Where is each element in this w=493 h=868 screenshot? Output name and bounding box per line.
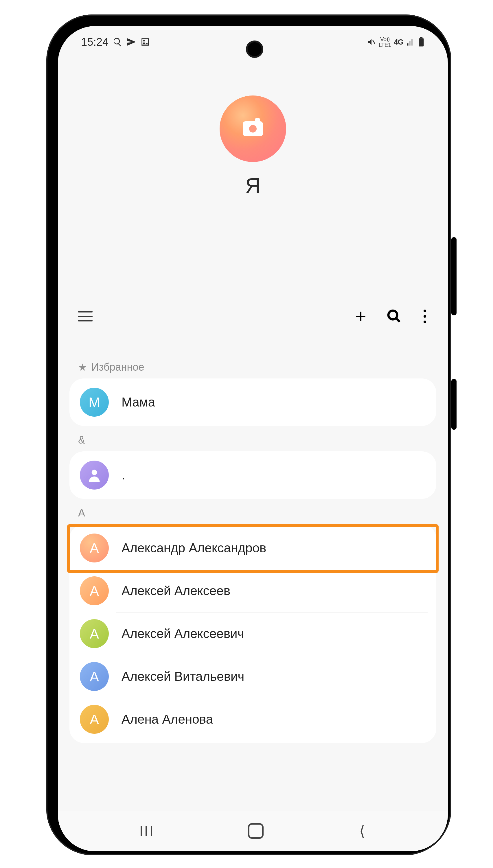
contact-name: . <box>122 468 125 482</box>
camera-hole <box>246 41 263 58</box>
power-button <box>451 379 456 430</box>
battery-icon <box>418 37 425 47</box>
nav-back-button[interactable]: ⟨ <box>359 823 365 839</box>
image-icon <box>140 37 150 47</box>
contact-name: Мама <box>122 395 155 409</box>
svg-rect-2 <box>419 38 424 46</box>
nav-home-button[interactable] <box>248 823 263 839</box>
amp-label: & <box>78 434 85 446</box>
star-icon: ★ <box>78 361 87 373</box>
my-profile-header[interactable]: Я <box>58 95 448 197</box>
contact-avatar: А <box>80 534 109 562</box>
svg-line-1 <box>373 40 375 44</box>
contact-row-dot[interactable]: . <box>69 454 436 497</box>
a-card: А Александр Александров А Алексей Алексе… <box>69 524 436 743</box>
my-avatar[interactable] <box>220 95 286 162</box>
contact-row-aleksandr[interactable]: А Александр Александров <box>69 526 436 569</box>
section-header-a: A <box>58 499 448 524</box>
contact-avatar: А <box>80 705 109 734</box>
contact-name: Алена Аленова <box>122 712 213 726</box>
contacts-list[interactable]: ★ Избранное М Мама & <box>58 353 448 811</box>
network-label: 4G <box>394 38 403 47</box>
contact-name: Александр Александров <box>122 541 266 555</box>
favorites-label: Избранное <box>91 361 144 373</box>
contact-name: Алексей Витальевич <box>122 669 244 684</box>
svg-point-6 <box>92 470 97 475</box>
toolbar: + <box>58 307 448 326</box>
my-profile-label: Я <box>245 174 260 197</box>
contact-avatar: А <box>80 662 109 691</box>
contact-name: Алексей Алексеевич <box>122 626 244 641</box>
contact-name: Алексей Алексеев <box>122 584 230 598</box>
camera-icon <box>243 121 263 136</box>
contact-row-vitalevich[interactable]: А Алексей Витальевич <box>69 655 436 698</box>
contact-avatar: А <box>80 619 109 648</box>
svg-point-4 <box>389 311 397 320</box>
mute-icon <box>367 38 376 46</box>
amp-card: . <box>69 451 436 499</box>
phone-frame: 15:24 Vo)) LTE1 4G <box>46 15 451 855</box>
svg-rect-3 <box>420 37 423 38</box>
contact-avatar: М <box>80 388 109 417</box>
section-header-amp: & <box>58 426 448 451</box>
contact-avatar <box>80 461 109 490</box>
status-time: 15:24 <box>81 36 108 48</box>
nav-recents-button[interactable] <box>141 826 152 836</box>
more-options-button[interactable] <box>422 309 428 323</box>
screen: 15:24 Vo)) LTE1 4G <box>58 26 448 851</box>
contact-row-alekseev[interactable]: А Алексей Алексеев <box>69 569 436 612</box>
person-icon <box>86 467 102 483</box>
add-contact-button[interactable]: + <box>355 307 366 326</box>
volte-line1: Vo)) <box>380 36 390 42</box>
favorites-card: М Мама <box>69 378 436 426</box>
android-nav-bar: ⟨ <box>58 811 448 851</box>
contact-row-mama[interactable]: М Мама <box>69 381 436 424</box>
volume-button <box>451 237 456 316</box>
svg-line-5 <box>396 319 400 322</box>
search-button[interactable] <box>387 309 402 324</box>
search-icon <box>112 37 122 47</box>
contact-avatar: А <box>80 576 109 605</box>
a-label: A <box>78 507 85 519</box>
send-icon <box>126 37 136 47</box>
section-header-favorites: ★ Избранное <box>58 353 448 378</box>
menu-button[interactable] <box>78 311 92 322</box>
svg-point-0 <box>143 40 145 42</box>
contact-row-alekseevich[interactable]: А Алексей Алексеевич <box>69 612 436 655</box>
contact-row-alenova[interactable]: А Алена Аленова <box>69 698 436 741</box>
signal-icon <box>406 38 415 46</box>
volte-line2: LTE1 <box>379 42 391 48</box>
